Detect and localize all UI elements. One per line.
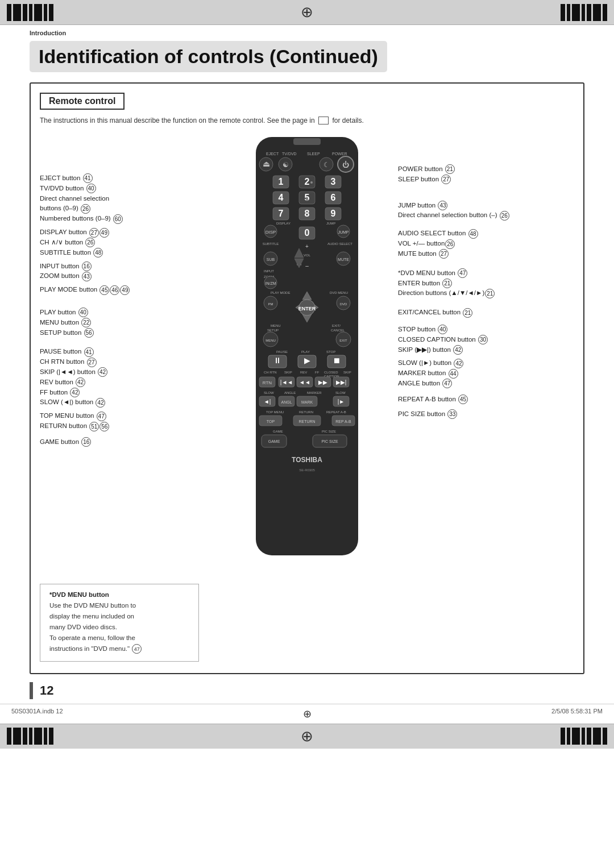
svg-text:JUMP: JUMP [326,222,335,225]
reg-marks-right [561,4,607,21]
label-jump: JUMP button 43 [398,201,574,211]
svg-text:RETURN: RETURN [298,420,315,423]
svg-text:+: + [305,243,309,250]
bottom-bar: 50S0301A.indb 12 ⊕ 2/5/08 5:58:31 PM [0,704,614,724]
top-registration-bar: ⊕ [0,0,614,25]
label-skip-right: SKIP (▶▶|) button 42 [398,345,574,355]
mark-block [23,728,27,745]
label-tvdvd: TV/DVD button 40 [40,184,205,194]
diagram-area: EJECT button 41 TV/DVD button 40 Direct … [40,135,574,578]
mark-block [13,4,21,21]
label-input: INPUT button 16 [40,261,205,272]
mark-block [567,728,570,745]
svg-text:SUBTITLE: SUBTITLE [263,242,279,246]
svg-text:TV/DVD: TV/DVD [282,152,297,156]
bottom-crosshair-center: ⊕ [301,728,313,745]
mark-block [572,4,580,21]
svg-text:ANGL: ANGL [281,400,292,404]
reg-marks-bottom-right [561,728,607,745]
mark-block [587,4,591,21]
mark-block [29,4,32,21]
svg-text:DISP: DISP [265,230,276,235]
svg-text:1: 1 [279,177,284,186]
svg-text:MENU: MENU [265,339,276,342]
svg-text:IN/ZM: IN/ZM [265,281,276,285]
mark-block [561,4,565,21]
mark-block [593,4,601,21]
mark-block [603,728,607,745]
svg-text:PAUSE: PAUSE [276,350,288,354]
svg-text:5: 5 [305,193,310,202]
label-menu: MENU button 22 [40,318,205,328]
mark-block [29,728,32,745]
label-display: DISPLAY button 2749 [40,227,205,238]
svg-text:–: – [305,263,309,269]
svg-text:SLEEP: SLEEP [307,152,320,156]
label-dvd-menu: *DVD MENU button 47 [398,268,574,279]
mark-block [572,728,580,745]
mark-block [49,728,53,745]
mark-block [567,4,570,21]
page-ref-box [318,117,329,124]
page-indicator-bar [30,682,33,699]
remote-section-title: Remote control [40,93,125,110]
label-slow-right: SLOW (|►) button 42 [398,358,574,368]
svg-text:PM: PM [268,302,273,306]
label-rev: REV button 42 [40,377,205,388]
right-labels: POWER button 21 SLEEP button 27 JUMP but… [398,164,574,419]
label-return: RETURN button 5156 [40,421,205,431]
svg-text:REPEAT A-B: REPEAT A-B [326,410,346,414]
svg-text:◄|: ◄| [264,398,271,405]
svg-text:REP A-B: REP A-B [335,420,351,423]
footnote-body: Use the DVD MENU button to display the m… [49,600,189,654]
left-labels-column: EJECT button 41 TV/DVD button 40 Direct … [40,135,205,447]
svg-text:◄◄: ◄◄ [299,379,310,385]
label-setup: SETUP button 56 [40,328,205,338]
label-playmode: PLAY MODE button 454649 [40,285,205,295]
svg-text:EXIT/: EXIT/ [332,324,341,327]
label-topmenu: TOP MENU button 47 [40,411,205,421]
svg-text:PLAY MODE: PLAY MODE [271,291,290,294]
label-repeat-ab: REPEAT A-B button 45 [398,394,574,405]
svg-text:SLOW: SLOW [264,391,274,394]
label-play: PLAY button 40 [40,308,205,318]
bottom-registration-bar: ⊕ [0,724,614,749]
svg-text:▶▶: ▶▶ [318,379,327,385]
svg-text:PIC SIZE: PIC SIZE [322,430,336,433]
svg-text:☾: ☾ [323,161,330,169]
label-direct-ch: Direct channel selection [40,194,205,204]
remote-svg: EJECT TV/DVD SLEEP POWER ⏏ ☯ ☾ ⏻ [250,135,364,561]
label-vol: VOL +/— button26 [398,239,574,249]
svg-text:ANGLE: ANGLE [284,391,296,394]
mark-block [7,4,11,21]
svg-text:DISPLAY: DISPLAY [276,222,291,225]
label-game: GAME button 16 [40,437,205,447]
svg-text:PIC SIZE: PIC SIZE [321,439,338,443]
label-closed-caption: CLOSED CAPTION button 30 [398,335,574,345]
svg-text:VOL: VOL [304,254,311,257]
label-skip-rev: SKIP (|◄◄) button 42 [40,367,205,377]
label-pic-size: PIC SIZE button 33 [398,409,574,420]
label-zoom: ZOOM button 43 [40,271,205,281]
svg-text:▶▶|: ▶▶| [336,379,347,385]
svg-text:SKIP: SKIP [284,371,292,374]
bottom-crosshair: ⊕ [303,708,312,720]
file-info-left: 50S0301A.indb 12 [11,708,63,720]
svg-text:RETURN: RETURN [299,410,313,414]
label-audio-select: AUDIO SELECT button 48 [398,229,574,239]
label-sleep: SLEEP button 27 [398,175,574,185]
label-direction: Direction buttons (▲/▼/◄/►)21 [398,288,574,298]
reg-marks-left [7,4,53,21]
label-numbered: Numbered buttons (0–9) 60 [40,214,205,224]
label-direct-ch-btn: Direct channel selection button (–) 26 [398,210,574,221]
svg-point-24 [306,198,309,201]
label-marker: MARKER button 44 [398,368,574,379]
page-title: Identification of controls (Continued) [30,41,387,72]
mark-block [34,4,42,21]
label-mute: MUTE button 27 [398,249,574,259]
page-number: 12 [40,683,53,698]
left-labels: EJECT button 41 TV/DVD button 40 Direct … [40,173,205,447]
svg-text:FF: FF [315,371,320,374]
label-chrtn: CH RTN button 27 [40,357,205,367]
label-power: POWER button 21 [398,164,574,175]
